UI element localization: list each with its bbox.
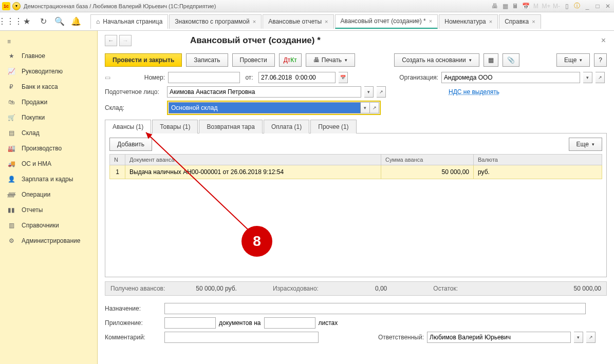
- tab-advance-reports[interactable]: Авансовые отчеты×: [263, 14, 333, 29]
- sidebar-label: Отчеты: [22, 206, 43, 214]
- sidebar-item-hr[interactable]: 👤Зарплата и кадры: [0, 171, 97, 187]
- table-row[interactable]: 1 Выдача наличных АН00-000001 от 26.06.2…: [110, 165, 602, 179]
- print-button[interactable]: 🖶Печать▾: [306, 53, 355, 67]
- apps-icon[interactable]: ⋮⋮⋮: [4, 15, 16, 28]
- subtab-return[interactable]: Возвратная тара: [199, 120, 263, 133]
- sidebar-item-bank[interactable]: ₽Банк и касса: [0, 79, 97, 94]
- calc-icon[interactable]: 🖩: [511, 2, 519, 10]
- print-icon[interactable]: 🖶: [491, 2, 499, 10]
- warehouse-open[interactable]: ↗: [370, 102, 379, 113]
- close-icon[interactable]: ×: [253, 18, 256, 25]
- sheets-count-input[interactable]: [264, 317, 315, 329]
- sidebar-item-manager[interactable]: 📈Руководителю: [0, 64, 97, 79]
- sidebar-item-warehouse[interactable]: ▤Склад: [0, 125, 97, 141]
- doc-icon[interactable]: ▦: [501, 2, 509, 10]
- panel-more-button[interactable]: Еще▾: [569, 138, 602, 151]
- search-icon[interactable]: 🔍: [53, 15, 66, 28]
- sidebar-label: Справочники: [22, 222, 59, 229]
- attach-label: Приложение:: [105, 319, 161, 327]
- chevron-down-icon: ▾: [580, 58, 582, 63]
- history-icon[interactable]: ↻: [37, 15, 49, 28]
- minimize-icon[interactable]: _: [583, 2, 591, 10]
- dropdown-icon[interactable]: ▾: [12, 2, 21, 10]
- sidebar-item-operations[interactable]: ᚏОперации: [0, 187, 97, 202]
- calendar-button[interactable]: 📅: [339, 72, 348, 83]
- sidebar-item-assets[interactable]: 🚚ОС и НМА: [0, 156, 97, 171]
- org-dropdown[interactable]: ▾: [583, 72, 592, 83]
- col-n[interactable]: N: [110, 155, 125, 165]
- page-close-icon[interactable]: ×: [601, 36, 606, 45]
- responsible-input[interactable]: [427, 332, 571, 343]
- subtab-goods[interactable]: Товары (1): [152, 120, 198, 133]
- post-button[interactable]: Провести: [232, 53, 275, 67]
- save-button[interactable]: Записать: [186, 53, 228, 67]
- close-icon[interactable]: ×: [532, 18, 535, 25]
- org-open[interactable]: ↗: [596, 72, 605, 83]
- docs-count-input[interactable]: [164, 317, 216, 329]
- attach-button[interactable]: 📎: [503, 53, 519, 67]
- sidebar-item-catalogs[interactable]: ▥Справочники: [0, 218, 97, 233]
- sidebar-item-purchases[interactable]: 🛒Покупки: [0, 110, 97, 125]
- org-input[interactable]: [441, 72, 580, 83]
- star-icon[interactable]: ★: [21, 15, 33, 28]
- close-icon[interactable]: ×: [489, 18, 492, 25]
- sidebar-item-main[interactable]: ★Главное: [0, 48, 97, 64]
- responsible-label: Ответственный:: [378, 334, 424, 341]
- subtab-payment[interactable]: Оплата (1): [264, 120, 309, 133]
- info-icon[interactable]: ⓘ: [573, 2, 581, 10]
- responsible-open[interactable]: ↗: [586, 332, 596, 343]
- date-input[interactable]: [258, 72, 336, 83]
- subtab-advances[interactable]: Авансы (1): [105, 120, 151, 133]
- number-input[interactable]: [168, 72, 240, 83]
- help-button[interactable]: ?: [594, 53, 607, 67]
- m-icon[interactable]: M: [532, 2, 540, 10]
- printer-icon: 🖶: [313, 56, 320, 64]
- bell-icon[interactable]: 🔔: [70, 15, 82, 28]
- panel-icon[interactable]: ▯: [563, 2, 571, 10]
- vat-link[interactable]: НДС не выделять: [449, 88, 499, 95]
- sidebar-label: Банк и касса: [22, 83, 58, 90]
- form-row-number: ▭ Номер: от: 📅 Организация: ▾ ↗: [105, 72, 607, 83]
- warehouse-dropdown[interactable]: ▾: [361, 102, 370, 113]
- mplus-icon[interactable]: M+: [542, 2, 550, 10]
- close-icon[interactable]: ×: [429, 18, 432, 24]
- col-doc[interactable]: Документ аванса: [125, 155, 381, 165]
- comment-input[interactable]: [164, 332, 319, 343]
- sidebar-item-admin[interactable]: ⚙Администрирование: [0, 233, 97, 248]
- person-open[interactable]: ↗: [377, 86, 386, 98]
- add-button[interactable]: Добавить: [109, 138, 152, 151]
- person-dropdown[interactable]: ▾: [364, 86, 374, 98]
- purpose-input[interactable]: [164, 303, 586, 314]
- tab-advance-report-new[interactable]: Авансовый отчет (создание) *×: [335, 14, 438, 29]
- calendar-icon[interactable]: 📅: [522, 2, 530, 10]
- panel-advances: Добавить Еще▾ N Документ аванса Сумма ав…: [105, 133, 607, 277]
- col-cur[interactable]: Валюта: [474, 155, 602, 165]
- sidebar-item-sales[interactable]: 🛍Продажи: [0, 94, 97, 110]
- close-icon[interactable]: ✕: [604, 2, 612, 10]
- close-icon[interactable]: ×: [325, 18, 328, 25]
- create-based-button[interactable]: Создать на основании▾: [394, 53, 479, 67]
- more-button[interactable]: Еще▾: [556, 53, 590, 67]
- dt-kt-button[interactable]: ДтКт: [279, 53, 302, 67]
- sidebar-item-reports[interactable]: ▮▮Отчеты: [0, 202, 97, 218]
- tab-intro[interactable]: Знакомство с программой×: [169, 14, 262, 29]
- mminus-icon[interactable]: M-: [552, 2, 561, 10]
- col-sum[interactable]: Сумма аванса: [381, 155, 474, 165]
- maximize-icon[interactable]: □: [593, 2, 602, 10]
- tab-home[interactable]: ⌂Начальная страница: [90, 14, 168, 29]
- warehouse-input[interactable]: [169, 102, 361, 113]
- toolbar: ⋮⋮⋮ ★ ↻ 🔍 🔔 ⌂Начальная страница Знакомст…: [0, 12, 614, 31]
- sidebar-item-production[interactable]: 🏭Производство: [0, 141, 97, 156]
- menu-icon[interactable]: ≡: [0, 35, 97, 48]
- post-close-button[interactable]: Провести и закрыть: [105, 53, 182, 67]
- subtabs: Авансы (1) Товары (1) Возвратная тара Оп…: [105, 119, 607, 133]
- forward-button[interactable]: →: [119, 35, 132, 46]
- responsible-dropdown[interactable]: ▾: [574, 332, 583, 343]
- person-input[interactable]: [167, 86, 361, 98]
- spent-value: 0,00: [375, 285, 387, 292]
- subtab-other[interactable]: Прочее (1): [310, 120, 356, 133]
- tab-nomenclature[interactable]: Номенклатура×: [439, 14, 498, 29]
- tab-help[interactable]: Справка×: [499, 14, 541, 29]
- back-button[interactable]: ←: [105, 35, 117, 46]
- link-button[interactable]: ▦: [483, 53, 498, 67]
